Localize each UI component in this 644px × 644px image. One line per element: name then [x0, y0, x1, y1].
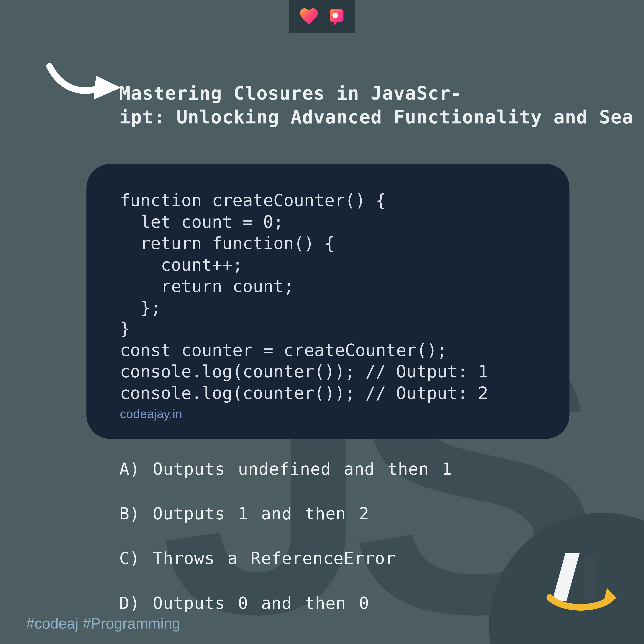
code-block: function createCounter() { let count = 0… [86, 164, 569, 439]
social-actions-bar [289, 0, 355, 33]
answer-options: A) Outputs undefined and then 1 B) Outpu… [119, 459, 452, 613]
option-b[interactable]: B) Outputs 1 and then 2 [119, 504, 452, 524]
code-content: function createCounter() { let count = 0… [120, 190, 536, 404]
option-a[interactable]: A) Outputs undefined and then 1 [119, 459, 452, 479]
hashtags: #codeaj #Programming [26, 615, 181, 632]
option-d[interactable]: D) Outputs 0 and then 0 [119, 593, 452, 613]
option-c[interactable]: C) Throws a ReferenceError [119, 549, 452, 568]
code-watermark: codeajay.in [120, 407, 536, 421]
svg-rect-1 [584, 556, 596, 599]
heart-icon[interactable] [300, 8, 318, 25]
comment-icon[interactable] [326, 8, 344, 26]
site-logo-icon [545, 551, 617, 617]
post-title: Mastering Closures in JavaScr- ipt: Unlo… [119, 81, 634, 129]
svg-point-0 [332, 13, 338, 18]
swoosh-arrow-icon [45, 63, 122, 110]
